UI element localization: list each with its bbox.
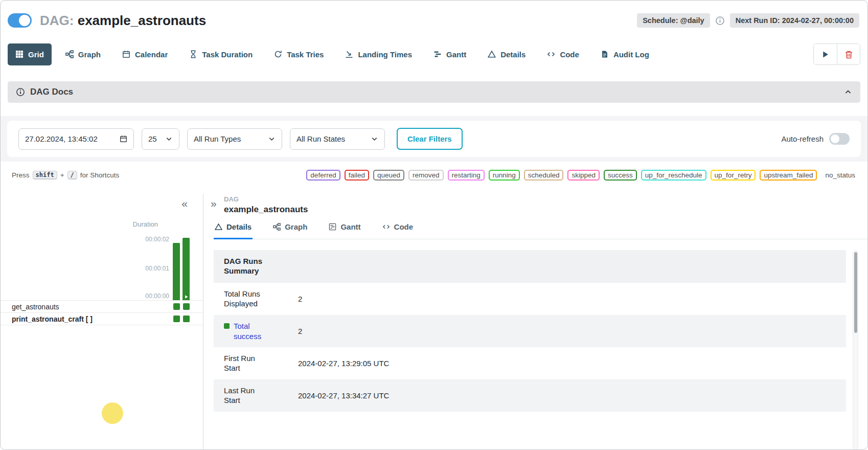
run-states-value: All Run States bbox=[296, 134, 345, 143]
gantt-icon bbox=[433, 50, 442, 58]
status-pill-up-for-retry[interactable]: up_for_retry bbox=[711, 170, 756, 181]
details-panel: » DAG example_astronauts Details Graph G… bbox=[203, 194, 867, 450]
nav-tab-grid[interactable]: Grid bbox=[8, 43, 52, 65]
chevron-down-icon bbox=[165, 135, 173, 143]
details-tab-label: Details bbox=[226, 222, 252, 231]
run-types-select[interactable]: All Run Types bbox=[187, 128, 282, 150]
dag-docs-panel[interactable]: DAG Docs bbox=[8, 81, 860, 103]
task-list: get_astronauts print_astronaut_craft [ ] bbox=[1, 300, 203, 325]
summary-table-header-row: DAG Runs Summary bbox=[214, 250, 846, 283]
status-pill-failed[interactable]: failed bbox=[345, 170, 369, 181]
details-tab-label: Graph bbox=[285, 222, 307, 231]
status-pill-restarting[interactable]: restarting bbox=[448, 170, 485, 181]
status-pill-queued[interactable]: queued bbox=[373, 170, 404, 181]
date-picker-icon[interactable] bbox=[120, 135, 127, 143]
details-tab-code[interactable]: Code bbox=[381, 222, 415, 239]
landing-icon bbox=[345, 50, 353, 58]
dag-docs-title: DAG Docs bbox=[30, 87, 73, 97]
nav-tab-details[interactable]: Details bbox=[480, 43, 533, 65]
toggle-knob bbox=[19, 15, 30, 26]
run-marker-play-icon bbox=[184, 295, 189, 299]
base-date-value[interactable] bbox=[25, 134, 109, 143]
info-icon[interactable] bbox=[715, 16, 725, 26]
collapse-panel-icon[interactable]: « bbox=[181, 198, 188, 209]
status-pill-upstream-failed[interactable]: upstream_failed bbox=[760, 170, 817, 181]
base-date-input[interactable] bbox=[18, 128, 134, 150]
row-value: 2024-02-27, 13:29:05 UTC bbox=[298, 354, 846, 373]
status-pill-deferred[interactable]: deferred bbox=[306, 170, 340, 181]
chevron-down-icon bbox=[371, 135, 378, 143]
task-row[interactable]: print_astronaut_craft [ ] bbox=[1, 312, 203, 325]
shortcuts-hint: Press shift + / for Shortcuts bbox=[12, 171, 119, 179]
scrollbar-track[interactable] bbox=[853, 250, 858, 450]
status-pill-success[interactable]: success bbox=[604, 170, 637, 181]
status-pill-up-for-reschedule[interactable]: up_for_reschedule bbox=[641, 170, 706, 181]
calendar-icon bbox=[122, 50, 130, 58]
run-states-select[interactable]: All Run States bbox=[290, 128, 385, 150]
chevron-up-icon[interactable] bbox=[844, 88, 852, 96]
details-tab-bar: Details Graph Gantt Code bbox=[214, 222, 867, 239]
task-instance-square-success[interactable] bbox=[173, 316, 180, 322]
dag-prefix-label: DAG: bbox=[40, 13, 74, 28]
status-pill-skipped[interactable]: skipped bbox=[567, 170, 600, 181]
scrollbar-thumb[interactable] bbox=[854, 252, 857, 333]
details-tab-label: Code bbox=[394, 222, 414, 231]
nav-tab-code[interactable]: Code bbox=[539, 43, 587, 65]
table-row: Total Runs Displayed 2 bbox=[214, 283, 846, 315]
nav-tab-landing-times[interactable]: Landing Times bbox=[337, 43, 420, 65]
expand-panel-icon[interactable]: » bbox=[211, 198, 217, 209]
arrows-rotate-icon bbox=[274, 50, 282, 58]
task-row[interactable]: get_astronauts bbox=[1, 300, 203, 312]
slash-key: / bbox=[67, 171, 77, 179]
axis-tick: 00:00:00 bbox=[145, 292, 169, 300]
nav-tab-label: Grid bbox=[28, 50, 44, 59]
nav-tab-gantt[interactable]: Gantt bbox=[426, 43, 474, 65]
nav-tab-label: Audit Log bbox=[613, 50, 649, 59]
nav-tab-graph[interactable]: Graph bbox=[58, 43, 108, 65]
details-tab-graph[interactable]: Graph bbox=[272, 222, 308, 239]
delete-dag-button[interactable] bbox=[837, 44, 860, 64]
task-instance-square-success[interactable] bbox=[183, 316, 190, 322]
nav-tab-audit-log[interactable]: Audit Log bbox=[593, 43, 657, 65]
num-runs-select[interactable]: 25 bbox=[142, 128, 179, 150]
topbar: DAG: example_astronauts Schedule: @daily… bbox=[1, 1, 867, 32]
dag-run-bar[interactable] bbox=[173, 243, 180, 300]
task-instance-square-success[interactable] bbox=[173, 303, 180, 310]
dag-pause-toggle[interactable] bbox=[8, 13, 32, 28]
clear-filters-button[interactable]: Clear Filters bbox=[397, 128, 463, 150]
details-breadcrumb: DAG bbox=[224, 195, 308, 203]
nav-tab-list: Grid Graph Calendar Task Duration Task T… bbox=[8, 43, 657, 65]
nav-tab-calendar[interactable]: Calendar bbox=[115, 43, 175, 65]
nav-tab-label: Graph bbox=[78, 50, 101, 59]
schedule-badge: Schedule: @daily bbox=[637, 13, 710, 28]
trigger-dag-button[interactable] bbox=[814, 44, 837, 64]
gantt-icon bbox=[329, 223, 336, 231]
table-row: First Run Start 2024-02-27, 13:29:05 UTC bbox=[214, 347, 846, 379]
status-pill-no-status[interactable]: no_status bbox=[821, 170, 859, 181]
status-pill-removed[interactable]: removed bbox=[408, 170, 444, 181]
details-header: DAG example_astronauts bbox=[224, 195, 308, 215]
details-tab-gantt[interactable]: Gantt bbox=[328, 222, 361, 239]
auto-refresh-label: Auto-refresh bbox=[781, 134, 824, 143]
nav-tab-label: Code bbox=[560, 50, 579, 59]
num-runs-value: 25 bbox=[148, 134, 157, 143]
toggle-knob bbox=[831, 134, 839, 143]
dag-name: example_astronauts bbox=[78, 13, 206, 28]
success-swatch bbox=[224, 323, 230, 329]
dag-run-bar-selected[interactable] bbox=[182, 238, 190, 300]
status-pill-running[interactable]: running bbox=[489, 170, 520, 181]
total-success-link[interactable]: Total success bbox=[234, 321, 265, 341]
task-name[interactable]: get_astronauts bbox=[12, 303, 59, 311]
row-value: 2 bbox=[298, 289, 846, 308]
auto-refresh-toggle[interactable] bbox=[829, 133, 850, 145]
task-name[interactable]: print_astronaut_craft [ ] bbox=[12, 315, 93, 323]
task-instance-square-success[interactable] bbox=[183, 303, 190, 310]
row-label: Last Run Start bbox=[224, 386, 271, 406]
details-tab-details[interactable]: Details bbox=[214, 222, 253, 239]
auto-refresh-wrap: Auto-refresh bbox=[781, 133, 850, 145]
nav-tab-task-tries[interactable]: Task Tries bbox=[266, 43, 331, 65]
airflow-dag-window: DAG: example_astronauts Schedule: @daily… bbox=[0, 0, 868, 450]
details-dag-name: example_astronauts bbox=[224, 205, 308, 215]
status-pill-scheduled[interactable]: scheduled bbox=[524, 170, 564, 181]
nav-tab-task-duration[interactable]: Task Duration bbox=[181, 43, 260, 65]
